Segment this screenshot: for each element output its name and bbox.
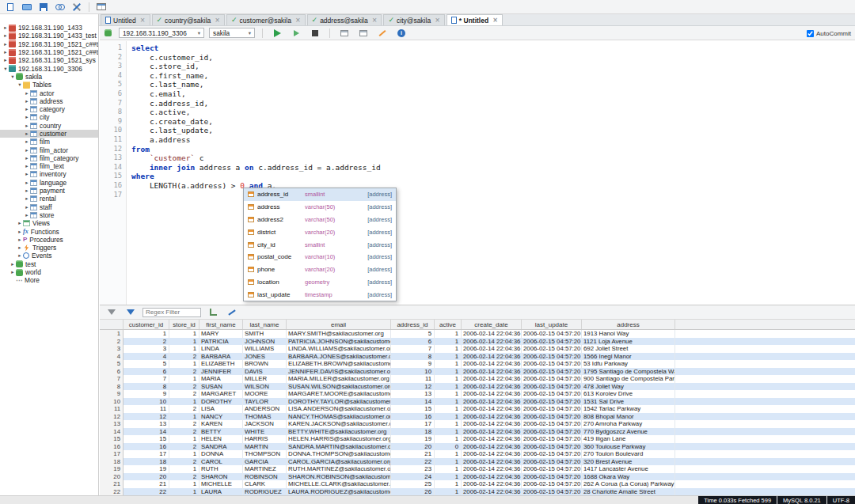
cell-address-id[interactable]: 13 (391, 390, 435, 398)
cell-store-id[interactable]: 1 (169, 488, 200, 496)
tree-item-192-168-31-190-1521-c-test1[interactable]: ▸192.168.31.190_1521_c##test1 (0, 40, 98, 48)
cell-address[interactable]: 1795 Santiago de Compostela Way (582, 368, 675, 376)
cell-first-name[interactable]: RUTH (200, 465, 243, 473)
cell-active[interactable]: 1 (435, 488, 462, 496)
cell-customer-id[interactable]: 5 (124, 360, 169, 368)
cell-store-id[interactable]: 2 (169, 473, 200, 481)
autocomplete-item-address-id[interactable]: address_idsmallint[address] (244, 188, 396, 201)
cell-email[interactable]: LAURA.RODRIGUEZ@sakilacustomer.org (287, 488, 391, 496)
table-row[interactable]: 22221LAURARODRIGUEZLAURA.RODRIGUEZ@sakil… (100, 488, 855, 496)
export-result-button[interactable] (337, 27, 352, 39)
autocomplete-item-location[interactable]: locationgeometry[address] (244, 276, 396, 289)
cell-rownum[interactable]: 12 (100, 413, 124, 421)
format-sql-button[interactable] (375, 27, 390, 39)
table-row[interactable]: 221PATRICIAJOHNSONPATRICIA.JOHNSON@sakil… (100, 338, 855, 346)
cell-address-id[interactable]: 20 (391, 443, 435, 451)
tree-item-192-168-31-190-1433-test[interactable]: ▸192.168.31.190_1433_test (0, 32, 98, 40)
cell-last-name[interactable]: MARTIN (243, 443, 287, 451)
expand-arrow[interactable]: ▸ (2, 57, 9, 63)
cell-address-id[interactable]: 16 (391, 413, 435, 421)
cell-address-id[interactable]: 19 (391, 435, 435, 443)
cell-last-update[interactable]: 2006-02-15 04:57:20 (522, 465, 582, 473)
cell-last-name[interactable]: CLARK (243, 480, 287, 488)
tree-item-sakila[interactable]: ▾sakila (0, 73, 98, 81)
cell-active[interactable]: 1 (435, 353, 462, 361)
cell-last-name[interactable]: RODRIGUEZ (243, 488, 287, 496)
cell-first-name[interactable]: DOROTHY (200, 398, 243, 406)
cell-rownum[interactable]: 13 (100, 420, 124, 428)
cell-address-id[interactable]: 6 (391, 338, 435, 346)
cell-last-update[interactable]: 2006-02-15 04:57:20 (522, 368, 582, 376)
tree-item-film[interactable]: ▸film (0, 138, 98, 146)
cell-first-name[interactable]: PATRICIA (200, 338, 243, 346)
grid-header-last-update[interactable]: last_update (522, 320, 582, 329)
cell-active[interactable]: 1 (435, 330, 462, 338)
cell-last-update[interactable]: 2006-02-15 04:57:20 (522, 405, 582, 413)
cell-rownum[interactable]: 17 (100, 450, 124, 458)
filter-button[interactable] (104, 306, 119, 318)
tree-item-inventory[interactable]: ▸inventory (0, 170, 98, 178)
cell-email[interactable]: LISA.ANDERSON@sakilacustomer.org (287, 405, 391, 413)
cell-last-update[interactable]: 2006-02-15 04:57:20 (522, 413, 582, 421)
cell-address[interactable]: 1542 Tarlac Parkway (582, 405, 675, 413)
cell-customer-id[interactable]: 16 (124, 443, 169, 451)
cell-active[interactable]: 1 (435, 390, 462, 398)
cell-store-id[interactable]: 1 (169, 330, 200, 338)
cell-rownum[interactable]: 11 (100, 405, 124, 413)
cell-first-name[interactable]: MICHELLE (200, 480, 243, 488)
table-row[interactable]: 882SUSANWILSONSUSAN.WILSON@sakilacustome… (100, 383, 855, 391)
search-button[interactable] (53, 1, 67, 13)
sql-editor[interactable]: 1234567891011121314151617 select c.custo… (100, 41, 855, 305)
cell-active[interactable]: 1 (435, 345, 462, 353)
cell-create-date[interactable]: 2006-02-14 22:04:36 (462, 405, 522, 413)
autocomplete-item-phone[interactable]: phonevarchar(20)[address] (244, 263, 396, 276)
cell-last-update[interactable]: 2006-02-15 04:57:20 (522, 420, 582, 428)
expand-arrow[interactable]: ▸ (17, 237, 23, 243)
cell-active[interactable]: 1 (435, 375, 462, 383)
cell-store-id[interactable]: 2 (169, 353, 200, 361)
cell-rownum[interactable]: 6 (100, 368, 124, 376)
cell-last-update[interactable]: 2006-02-15 04:57:20 (522, 488, 582, 496)
table-row[interactable]: 19191RUTHMARTINEZRUTH.MARTINEZ@sakilacus… (100, 465, 855, 473)
cell-address[interactable]: 1688 Okara Way (582, 473, 675, 481)
cell-active[interactable]: 1 (435, 360, 462, 368)
tree-item-test[interactable]: ▸test (0, 260, 98, 268)
cell-customer-id[interactable]: 3 (124, 345, 169, 353)
cell-last-update[interactable]: 2006-02-15 04:57:20 (522, 473, 582, 481)
cell-create-date[interactable]: 2006-02-14 22:04:36 (462, 375, 522, 383)
cell-rownum[interactable]: 7 (100, 375, 124, 383)
cell-address[interactable]: 808 Bhopal Manor (582, 413, 675, 421)
cell-customer-id[interactable]: 1 (124, 330, 169, 338)
tree-item-country[interactable]: ▸country (0, 122, 98, 130)
cell-address[interactable]: 478 Joliet Way (582, 383, 675, 391)
cell-last-name[interactable]: HARRIS (243, 435, 287, 443)
cell-rownum[interactable]: 19 (100, 465, 124, 473)
grid-header-store-id[interactable]: store_id (169, 320, 200, 329)
cell-create-date[interactable]: 2006-02-14 22:04:36 (462, 480, 522, 488)
grid-header-email[interactable]: email (287, 320, 391, 329)
cell-store-id[interactable]: 1 (169, 398, 200, 406)
cell-last-name[interactable]: GARCIA (243, 458, 287, 466)
edit-rows-button[interactable] (225, 306, 239, 318)
cell-store-id[interactable]: 1 (169, 360, 200, 368)
cell-last-update[interactable]: 2006-02-15 04:57:20 (522, 383, 582, 391)
cell-first-name[interactable]: SUSAN (200, 383, 243, 391)
tree-item-address[interactable]: ▸address (0, 97, 98, 105)
cell-address-id[interactable]: 7 (391, 345, 435, 353)
cell-email[interactable]: KAREN.JACKSON@sakilacustomer.org (287, 420, 391, 428)
table-row[interactable]: 662JENNIFERDAVISJENNIFER.DAVIS@sakilacus… (100, 368, 855, 376)
cell-address-id[interactable]: 24 (391, 473, 435, 481)
cell-customer-id[interactable]: 14 (124, 428, 169, 436)
tree-item-world[interactable]: ▸world (0, 268, 98, 276)
cell-address[interactable]: 53 Idfu Parkway (582, 360, 675, 368)
expand-arrow[interactable]: ▸ (24, 123, 30, 129)
cell-last-name[interactable]: DAVIS (243, 368, 287, 376)
cell-email[interactable]: MARGARET.MOORE@sakilacustomer.org (287, 390, 391, 398)
cell-last-update[interactable]: 2006-02-15 04:57:20 (522, 353, 582, 361)
cell-first-name[interactable]: MARIA (200, 375, 243, 383)
cell-first-name[interactable]: SANDRA (200, 443, 243, 451)
cell-last-update[interactable]: 2006-02-15 04:57:20 (522, 398, 582, 406)
cell-rownum[interactable]: 9 (100, 390, 124, 398)
close-icon[interactable]: × (295, 17, 301, 24)
table-row[interactable]: 17171DONNATHOMPSONDONNA.THOMPSON@sakilac… (100, 450, 855, 458)
